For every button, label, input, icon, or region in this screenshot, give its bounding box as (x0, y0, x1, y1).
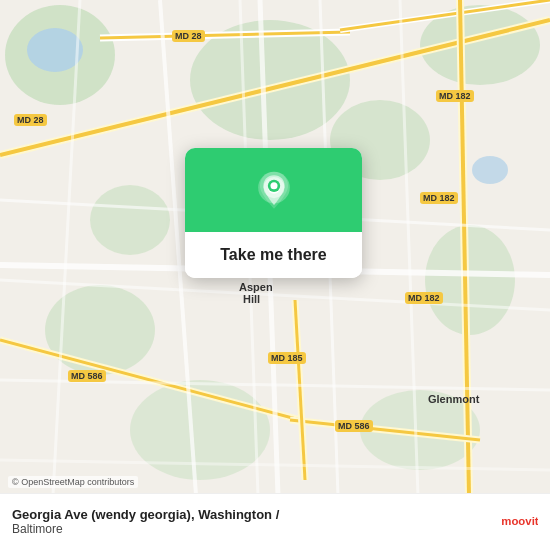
svg-text:moovit: moovit (501, 515, 538, 527)
take-me-there-button[interactable]: Take me there (185, 232, 362, 278)
location-pin-icon (252, 170, 296, 214)
osm-attribution: © OpenStreetMap contributors (8, 476, 138, 488)
road-label-md182-mid: MD 182 (420, 192, 458, 204)
popup-green-section (185, 148, 362, 232)
location-sub: Baltimore (12, 522, 279, 536)
road-label-md185: MD 185 (268, 352, 306, 364)
moovit-logo-icon: moovit (500, 502, 538, 540)
place-label-aspen-hill2: Hill (240, 292, 263, 306)
road-label-md28-top: MD 28 (172, 30, 205, 42)
road-label-md586-right: MD 586 (335, 420, 373, 432)
svg-point-4 (90, 185, 170, 255)
map-container: MD 28 MD 28 MD 182 MD 182 MD 182 MD 586 … (0, 0, 550, 550)
svg-point-11 (472, 156, 508, 184)
svg-point-10 (27, 28, 83, 72)
road-label-md586-left: MD 586 (68, 370, 106, 382)
road-label-md28-left: MD 28 (14, 114, 47, 126)
moovit-logo: moovit (500, 502, 538, 540)
place-label-glenmont: Glenmont (425, 392, 482, 406)
road-label-md182-top: MD 182 (436, 90, 474, 102)
road-label-md182-low: MD 182 (405, 292, 443, 304)
bottom-bar: Georgia Ave (wendy georgia), Washington … (0, 493, 550, 550)
location-name: Georgia Ave (wendy georgia), Washington … (12, 507, 279, 522)
svg-point-6 (425, 225, 515, 335)
popup-card: Take me there (185, 148, 362, 278)
bottom-bar-left: Georgia Ave (wendy georgia), Washington … (12, 507, 279, 536)
svg-point-41 (270, 182, 277, 189)
